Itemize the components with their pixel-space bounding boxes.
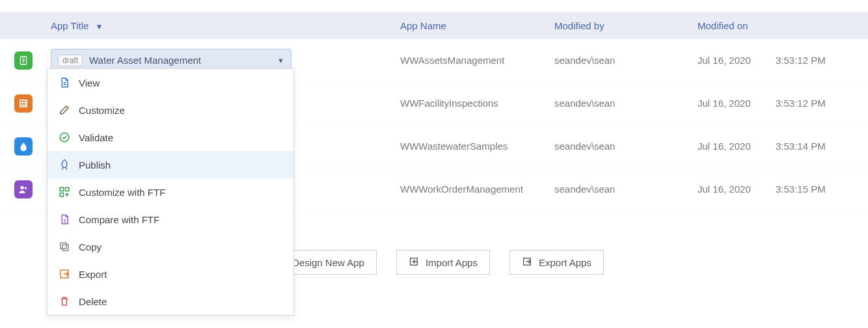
header-app-name[interactable]: App Name [400,20,554,31]
check-circle-icon [57,131,72,143]
menu-label: Validate [79,132,113,143]
app-category-icon [14,137,33,156]
app-name-cell: WWWastewaterSamples [400,141,554,152]
button-label: Export Apps [539,257,591,268]
modified-date-cell: Jul 16, 2020 [698,184,776,195]
menu-export[interactable]: Export [47,260,293,288]
modified-time-cell: 3:53:15 PM [776,184,867,195]
menu-customize[interactable]: Customize [47,96,293,124]
menu-label: Customize with FTF [79,187,165,198]
svg-rect-5 [60,187,63,191]
export-icon [522,256,532,269]
header-modified-by[interactable]: Modified by [554,20,698,31]
action-bar: Design New App Import Apps Export Apps [286,250,604,275]
svg-rect-9 [61,243,66,249]
compare-icon [57,213,72,225]
menu-label: Delete [79,296,107,307]
button-label: Design New App [292,257,364,268]
menu-label: Export [79,269,107,280]
modified-date-cell: Jul 16, 2020 [698,141,776,152]
svg-rect-8 [62,245,68,251]
menu-label: Publish [79,159,111,171]
import-icon [409,256,419,269]
app-name-cell: WWAssetsManagement [400,55,554,66]
grid-plus-icon [57,186,72,198]
header-app-title[interactable]: App Title ▼ [47,20,400,31]
modified-date-cell: Jul 16, 2020 [698,98,776,109]
app-name-cell: WWWorkOrderManagement [400,184,554,195]
modified-time-cell: 3:53:12 PM [776,98,867,109]
header-label: App Title [51,20,88,31]
modified-date-cell: Jul 16, 2020 [698,55,776,66]
app-category-icon [14,51,33,70]
svg-rect-6 [66,187,69,191]
menu-label: Customize [79,105,125,116]
context-menu: View Customize Validate Publish Customiz… [47,68,294,316]
draft-badge: draft [58,55,83,66]
menu-customize-ftf[interactable]: Customize with FTF [47,178,293,206]
import-apps-button[interactable]: Import Apps [396,250,490,275]
modified-time-cell: 3:53:14 PM [776,141,867,152]
pencil-icon [57,104,72,116]
menu-copy[interactable]: Copy [47,233,293,260]
copy-icon [57,241,72,253]
menu-compare-ftf[interactable]: Compare with FTF [47,206,293,233]
menu-validate[interactable]: Validate [47,124,293,151]
svg-point-2 [20,185,23,189]
design-new-app-button[interactable]: Design New App [286,250,377,275]
menu-label: Compare with FTF [79,214,159,225]
svg-point-3 [25,187,27,189]
modified-by-cell: seandev\sean [554,55,698,66]
export-icon [57,268,72,280]
menu-label: View [79,77,100,89]
document-icon [57,77,72,89]
modified-time-cell: 3:53:12 PM [776,55,867,66]
app-title-text: Water Asset Management [89,55,201,66]
header-modified-on[interactable]: Modified on [698,20,776,31]
menu-label: Copy [79,241,102,253]
button-label: Import Apps [426,257,478,268]
svg-rect-7 [60,193,63,197]
menu-delete[interactable]: Delete [47,288,293,315]
modified-by-cell: seandev\sean [554,184,698,195]
svg-point-4 [60,133,69,142]
chevron-down-icon: ▼ [277,57,284,64]
app-name-cell: WWFacilityInspections [400,98,554,109]
app-category-icon [14,180,33,198]
svg-rect-1 [20,100,27,107]
menu-publish[interactable]: Publish [47,151,293,178]
modified-by-cell: seandev\sean [554,98,698,109]
trash-icon [57,295,72,307]
export-apps-button[interactable]: Export Apps [509,250,604,275]
sort-desc-icon: ▼ [96,22,103,31]
menu-view[interactable]: View [47,69,293,96]
table-header: App Title ▼ App Name Modified by Modifie… [0,12,868,39]
modified-by-cell: seandev\sean [554,141,698,152]
app-category-icon [14,94,33,113]
rocket-icon [57,159,72,171]
